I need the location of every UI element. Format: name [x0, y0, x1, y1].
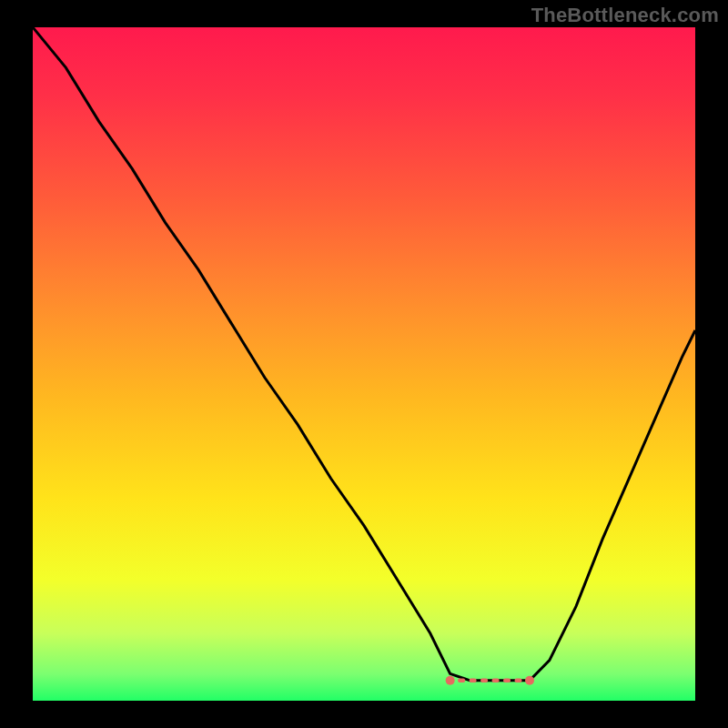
- svg-point-1: [446, 676, 455, 685]
- svg-point-2: [525, 676, 534, 685]
- svg-rect-6: [492, 679, 500, 682]
- bottleneck-chart: [0, 0, 728, 728]
- gradient-background: [33, 27, 695, 701]
- svg-rect-3: [458, 679, 465, 682]
- watermark-label: TheBottleneck.com: [531, 4, 719, 27]
- chart-frame: { "watermark": "TheBottleneck.com", "col…: [0, 0, 728, 728]
- svg-rect-5: [480, 679, 488, 682]
- svg-rect-4: [470, 679, 477, 682]
- svg-rect-7: [503, 679, 511, 682]
- svg-rect-8: [515, 679, 522, 682]
